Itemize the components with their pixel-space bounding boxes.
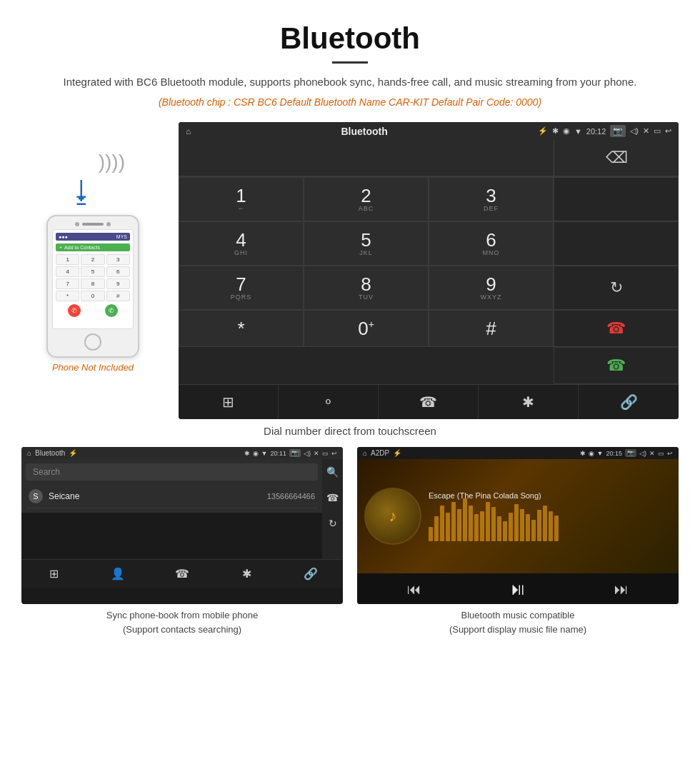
viz-bar: [531, 520, 536, 541]
viz-bar: [474, 514, 479, 541]
header-specs: (Bluetooth chip : CSR BC6 Default Blueto…: [43, 96, 657, 108]
phone-key-9[interactable]: 9: [106, 278, 130, 289]
phone-key-6[interactable]: 6: [106, 266, 130, 277]
phone-key-2[interactable]: 2: [81, 254, 104, 265]
phone-keypad: 1 2 3 4 5 6 7 8 9 * 0 #: [56, 254, 130, 301]
music-back-icon[interactable]: ↩: [667, 450, 673, 457]
dial-key-3[interactable]: 3DEF: [429, 177, 554, 221]
pb-close-icon[interactable]: ✕: [314, 450, 319, 457]
signal-icon: ▼: [574, 127, 582, 136]
music-vol-icon[interactable]: ◁): [639, 450, 646, 457]
phone-key-3[interactable]: 3: [106, 254, 130, 265]
dial-key-6[interactable]: 6MNO: [429, 221, 554, 266]
music-home-icon[interactable]: ⌂: [363, 449, 367, 457]
search-field[interactable]: Search: [26, 463, 318, 481]
next-button[interactable]: ⏭: [614, 581, 629, 598]
phone-brand: MYS: [116, 234, 127, 239]
camera-icon: 📷: [610, 125, 626, 137]
phone-key-1[interactable]: 1: [56, 254, 79, 265]
phone-end-button[interactable]: ✆: [68, 304, 81, 317]
nav-dialpad-button[interactable]: ⊞: [179, 385, 279, 419]
phone-key-5[interactable]: 5: [81, 266, 104, 277]
phonebook-caption: Sync phone-book from mobile phone(Suppor…: [21, 608, 343, 636]
nav-link-button[interactable]: 🔗: [579, 385, 679, 419]
add-contacts-button[interactable]: + Add to Contacts: [56, 243, 130, 251]
pb-nav-dialpad[interactable]: ⊞: [21, 560, 86, 588]
phone-key-hash[interactable]: #: [106, 291, 130, 301]
plus-icon: +: [59, 245, 62, 250]
contact-number: 13566664466: [267, 492, 315, 501]
dial-key-4[interactable]: 4GHI: [179, 221, 304, 266]
window-icon[interactable]: ▭: [654, 126, 661, 136]
back-icon[interactable]: ↩: [665, 126, 671, 136]
music-close-icon[interactable]: ✕: [649, 450, 655, 457]
refresh-side-icon[interactable]: ↻: [329, 518, 337, 529]
backspace-button[interactable]: ⌫: [554, 140, 679, 176]
call-button[interactable]: ☎: [554, 347, 679, 384]
phone-key-0[interactable]: 0: [81, 291, 104, 301]
dialer-spacer-2: [304, 347, 429, 384]
prev-button[interactable]: ⏮: [407, 581, 421, 598]
viz-bar: [503, 521, 507, 541]
phone-key-7[interactable]: 7: [56, 278, 79, 289]
search-icon[interactable]: 🔍: [326, 466, 339, 478]
phone-key-4[interactable]: 4: [56, 266, 79, 277]
volume-icon[interactable]: ◁): [630, 126, 639, 136]
play-pause-button[interactable]: ⏯: [509, 579, 526, 599]
dialer-grid: 1∽ 2ABC 3DEF 4GHI 5JKL 6MNO: [179, 176, 679, 384]
dial-key-hash[interactable]: #: [429, 310, 554, 347]
dialer-display: [179, 140, 554, 176]
dial-key-8[interactable]: 8TUV: [304, 266, 429, 310]
end-call-button[interactable]: ☎: [554, 310, 679, 347]
phone-key-star[interactable]: *: [56, 291, 79, 301]
viz-bar: [451, 502, 456, 541]
dialer-spacer-3: [429, 347, 554, 384]
dial-key-7[interactable]: 7PQRS: [179, 266, 304, 310]
dial-key-1[interactable]: 1∽: [179, 177, 304, 221]
nav-bluetooth-button[interactable]: ✱: [479, 385, 579, 419]
music-win-icon[interactable]: ▭: [658, 450, 664, 457]
viz-bar: [429, 527, 433, 541]
home-icon[interactable]: ⌂: [186, 126, 191, 136]
car-status-bar: ⌂ Bluetooth ⚡ ✱ ◉ ▼ 20:12 📷 ◁) ✕ ▭ ↩: [179, 122, 679, 140]
end-call-icon: ☎: [606, 319, 626, 338]
nav-contacts-button[interactable]: ⚬: [279, 385, 379, 419]
close-icon[interactable]: ✕: [643, 126, 649, 136]
pb-back-icon[interactable]: ↩: [331, 450, 337, 457]
nav-phone-button[interactable]: ☎: [379, 385, 479, 419]
phone-camera-icon: [75, 222, 79, 226]
pb-win-icon[interactable]: ▭: [322, 450, 329, 457]
viz-bar: [440, 506, 444, 541]
phone-key-8[interactable]: 8: [81, 278, 104, 289]
music-cam-icon: 📷: [625, 449, 636, 457]
dial-key-0[interactable]: 0+: [304, 310, 429, 347]
screen-title: Bluetooth: [341, 126, 387, 137]
dial-key-2[interactable]: 2ABC: [304, 177, 429, 221]
pb-nav-link[interactable]: 🔗: [279, 560, 343, 588]
dial-key-9[interactable]: 9WXYZ: [429, 266, 554, 310]
phone-screen-header: ●●● MYS: [56, 233, 130, 241]
pb-nav-phone[interactable]: ☎: [150, 560, 214, 588]
pb-nav-contacts[interactable]: 👤: [86, 560, 150, 588]
contact-avatar: S: [29, 489, 43, 503]
viz-bar: [514, 504, 519, 541]
music-status-bar: ⌂ A2DP ⚡ ✱ ◉ ▼ 20:15 📷 ◁) ✕ ▭ ↩: [357, 447, 679, 459]
dial-key-5[interactable]: 5JKL: [304, 221, 429, 266]
pb-home-icon[interactable]: ⌂: [27, 449, 31, 457]
pb-loc-icon: ◉: [253, 450, 259, 457]
phone-call-button[interactable]: ✆: [105, 304, 118, 317]
refresh-button[interactable]: ↻: [554, 266, 679, 310]
viz-bar: [434, 516, 439, 541]
pb-vol-icon[interactable]: ◁): [304, 450, 311, 457]
dialer-display-row: ⌫: [179, 140, 679, 176]
page-title: Bluetooth: [43, 21, 657, 56]
music-time: 20:15: [606, 450, 622, 457]
dial-key-star[interactable]: *: [179, 310, 304, 347]
call-side-icon[interactable]: ☎: [326, 492, 339, 503]
phone-home-button[interactable]: [84, 333, 101, 351]
music-status-left: ⌂ A2DP ⚡: [363, 449, 401, 457]
pb-nav-bluetooth[interactable]: ✱: [214, 560, 279, 588]
pb-main: Search S Seicane 13566664466: [21, 459, 322, 559]
contact-item-seicane[interactable]: S Seicane 13566664466: [26, 485, 318, 508]
music-title: A2DP: [371, 449, 389, 457]
